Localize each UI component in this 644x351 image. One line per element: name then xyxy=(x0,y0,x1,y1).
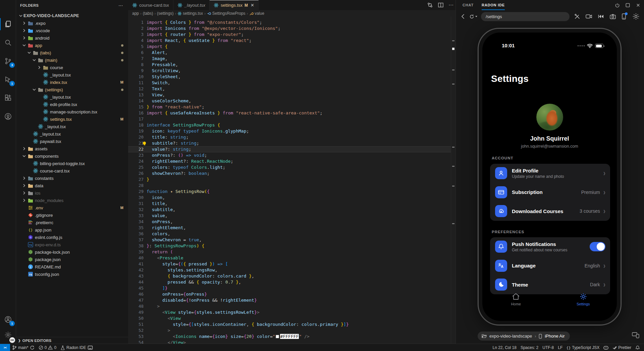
statusbar-item-lf[interactable]: LF xyxy=(556,344,565,351)
tree-item--settings-[interactable]: (settings) xyxy=(16,86,128,93)
tree-item--layout.tsx[interactable]: _layout.tsx xyxy=(16,123,128,130)
settings-row-language[interactable]: 文ALanguageEnglish› xyxy=(490,256,610,275)
reload-icon[interactable] xyxy=(469,14,478,19)
lightbulb-icon[interactable] xyxy=(143,142,146,145)
phone-tab-settings[interactable]: Settings xyxy=(550,291,617,311)
tree-item-manage-subscription.tsx[interactable]: manage-subscription.tsx xyxy=(16,108,128,115)
activitybar-run-debug[interactable]: 1 xyxy=(0,72,16,87)
tree-item--layout.tsx[interactable]: _layout.tsx xyxy=(16,130,128,138)
tree-item-app.json[interactable]: {}app.json xyxy=(16,226,128,234)
back-icon[interactable] xyxy=(461,14,466,19)
activitybar-account[interactable]: 1 xyxy=(0,312,16,327)
device-frame-toggle-icon[interactable] xyxy=(632,332,639,338)
tree-item--main-[interactable]: (main) xyxy=(16,56,128,64)
tree-item-billing-period-toggle.tsx[interactable]: billing-period-toggle.tsx xyxy=(16,160,128,167)
tree-item-ios[interactable]: ios xyxy=(16,189,128,197)
tree-item-settings.tsx[interactable]: settings.tsxM xyxy=(16,115,128,123)
tree-item-course-card.tsx[interactable]: course-card.tsx xyxy=(16,167,128,174)
tree-item-package-lock.json[interactable]: package-lock.json xyxy=(16,248,128,256)
panel-tab-chat[interactable]: CHAT xyxy=(463,0,474,10)
statusbar-item-0[interactable]: 00 xyxy=(37,344,58,351)
rewind-icon[interactable] xyxy=(598,14,604,19)
settings-row-push-notifications[interactable]: Push NotificationsGet notified about new… xyxy=(490,237,610,256)
settings-row-edit-profile[interactable]: Edit ProfileUpdate your name and photo› xyxy=(490,164,610,183)
tree-item-paywall.tsx[interactable]: paywall.tsx xyxy=(16,138,128,145)
panel-tab-radon-ide[interactable]: RADON IDE xyxy=(482,0,505,10)
avatar[interactable] xyxy=(536,104,563,131)
tree-item-.env[interactable]: .envM xyxy=(16,204,128,211)
toggle-on[interactable] xyxy=(590,242,605,251)
record-video-icon[interactable] xyxy=(586,14,592,19)
tree-item-.expo[interactable]: .expo xyxy=(16,19,128,27)
tree-item-.gitignore[interactable]: .gitignore xyxy=(16,211,128,219)
tree-item-tsconfig.json[interactable]: TStsconfig.json xyxy=(16,270,128,278)
activitybar-extensions[interactable] xyxy=(0,91,16,105)
tree-item--layout.tsx[interactable]: _layout.tsx xyxy=(16,71,128,79)
tree-item-package.json[interactable]: package.json xyxy=(16,256,128,263)
close-icon[interactable]: ✕ xyxy=(251,3,254,8)
phone-tab-home[interactable]: Home xyxy=(482,291,550,311)
tree-item-edit-profile.tsx[interactable]: edit-profile.tsx xyxy=(16,101,128,108)
tree-item-components[interactable]: components xyxy=(16,152,128,160)
statusbar-item-ln-22-col-18[interactable]: Ln 22, Col 18 xyxy=(491,344,519,351)
tree-item-android[interactable]: android xyxy=(16,34,128,42)
more-actions-icon[interactable]: ⋯ xyxy=(118,3,123,8)
device-icon[interactable] xyxy=(621,13,627,19)
open-editors-header[interactable]: ❯ OPEN EDITORS xyxy=(16,337,128,344)
tab-settings.tsx[interactable]: settings.tsxM✕ xyxy=(210,0,259,10)
tree-item--tabs-[interactable]: (tabs) xyxy=(16,49,128,56)
power-icon[interactable] xyxy=(615,3,620,8)
tree-item-readme.md[interactable]: iREADME.md xyxy=(16,263,128,270)
code-line-5: 5import { xyxy=(128,44,451,50)
tree-item-course[interactable]: course xyxy=(16,64,128,71)
tree-item-eslint.config.js[interactable]: eslint.config.js xyxy=(16,234,128,241)
activitybar-search[interactable] xyxy=(0,35,16,50)
statusbar-item[interactable] xyxy=(633,344,642,351)
activitybar-source-control[interactable]: 3 xyxy=(0,54,16,68)
gear-icon[interactable] xyxy=(632,12,640,20)
statusbar-item-prettier[interactable]: Prettier xyxy=(610,344,633,351)
compare-changes-icon[interactable] xyxy=(427,2,433,8)
breadcrumb-item[interactable]: settings.tsx xyxy=(177,11,203,16)
breadcrumb-item[interactable]: (tabs) xyxy=(143,11,153,16)
tree-item--layout.tsx[interactable]: _layout.tsx xyxy=(16,93,128,101)
statusbar-item-main-[interactable]: main* xyxy=(10,344,37,351)
tab--layout.tsx[interactable]: _layout.tsx xyxy=(173,0,210,10)
breadcrumb-item[interactable]: app xyxy=(132,11,139,16)
tools-icon[interactable] xyxy=(574,13,580,19)
statusbar-item-spaces-2[interactable]: Spaces: 2 xyxy=(519,344,540,351)
tree-root[interactable]: EXPO-VIDEO-LANDSCAPE xyxy=(16,12,128,19)
settings-row-downloaded-courses[interactable]: Downloaded Courses3 courses› xyxy=(490,202,610,221)
statusbar-item-utf-8[interactable]: UTF-8 xyxy=(540,344,556,351)
tree-item-.prettierrc[interactable]: .prettierrc xyxy=(16,219,128,226)
tree-item-index.tsx[interactable]: index.tsxM xyxy=(16,79,128,86)
settings-row-subscription[interactable]: SubscriptionPremium› xyxy=(490,183,610,202)
statusbar-item-radon-ide[interactable]: Radon IDE xyxy=(58,344,95,351)
activitybar-explorer[interactable] xyxy=(0,17,16,32)
remote-indicator[interactable]: >< xyxy=(0,344,10,351)
editor-scrollbar[interactable] xyxy=(451,17,455,344)
tree-item-assets[interactable]: assets xyxy=(16,145,128,152)
activitybar-github[interactable] xyxy=(0,109,16,124)
statusbar-item-typescript-jsx[interactable]: {}TypeScript JSX xyxy=(565,344,601,351)
tree-item-data[interactable]: data xyxy=(16,182,128,189)
more-actions-icon[interactable]: ⋯ xyxy=(448,2,453,8)
breadcrumb-item[interactable]: SettingsRowProps xyxy=(207,11,246,16)
screenshot-icon[interactable] xyxy=(610,14,616,19)
project-device-selector[interactable]: expo-video-landscape › iPhone Air xyxy=(478,332,570,341)
tree-item-app[interactable]: app xyxy=(16,42,128,49)
breadcrumb-item[interactable]: value xyxy=(249,11,264,16)
frame-icon[interactable] xyxy=(625,3,630,8)
tree-item-.vscode[interactable]: .vscode xyxy=(16,27,128,34)
code-editor[interactable]: 1import { Colors } from "@/constants/Col… xyxy=(128,17,451,344)
tab-course-card.tsx[interactable]: course-card.tsx xyxy=(128,0,173,10)
split-editor-icon[interactable] xyxy=(438,2,444,8)
tree-item-node-modules[interactable]: node_modules xyxy=(16,197,128,204)
tree-item-constants[interactable]: constants xyxy=(16,174,128,182)
statusbar-item[interactable] xyxy=(601,344,610,351)
breadcrumb-item[interactable]: (settings) xyxy=(157,11,173,16)
tree-item-expo-env.d.ts[interactable]: TSexpo-env.d.ts xyxy=(16,241,128,248)
activitybar-settings[interactable]: DE xyxy=(0,328,16,342)
close-icon[interactable] xyxy=(636,3,641,8)
route-url-field[interactable]: /settings xyxy=(481,12,570,21)
